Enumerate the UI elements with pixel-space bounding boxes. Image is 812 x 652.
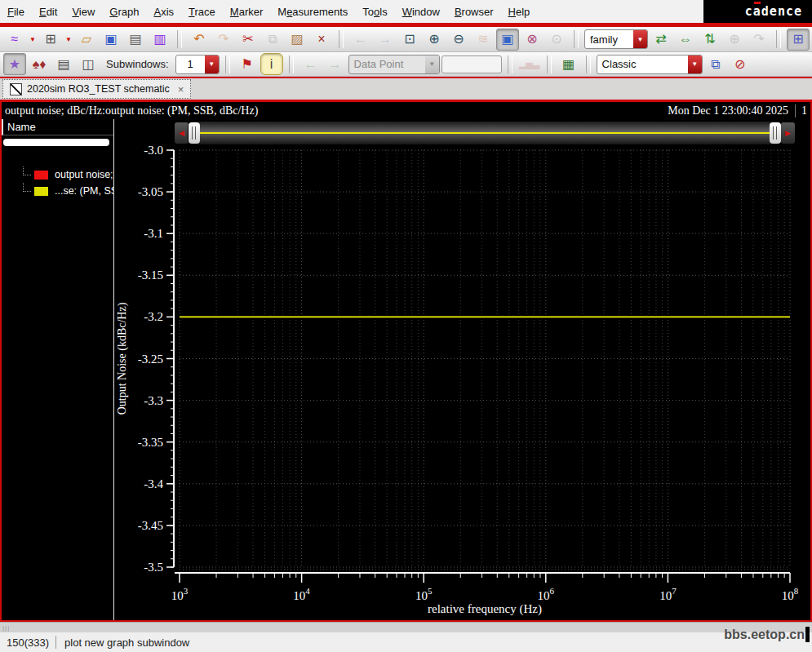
swap-sweep-axes-button[interactable]: ⇄: [650, 29, 672, 51]
toolbar-separator: [586, 55, 591, 73]
menu-file[interactable]: File: [0, 6, 32, 18]
chevron-down-icon[interactable]: ▼: [633, 30, 647, 48]
plot-canvas[interactable]: -3.0-3.05-3.1-3.15-3.2-3.25-3.3-3.35-3.4…: [114, 119, 812, 622]
family-mode-select[interactable]: family▼: [584, 29, 648, 49]
subwindow-number: 1: [795, 104, 807, 118]
point-value-input[interactable]: [441, 55, 502, 73]
chevron-down-icon[interactable]: ▼: [205, 55, 219, 73]
redo-icon: ↷: [218, 33, 229, 46]
new-subwindow-dropdown-icon[interactable]: ▼: [64, 29, 73, 50]
menu-axis[interactable]: Axis: [146, 6, 181, 18]
axis-text: 108: [782, 586, 799, 602]
new-graph-window-dropdown-icon[interactable]: ▼: [28, 29, 38, 50]
x-axis-title: relative frequency (Hz): [428, 602, 542, 616]
trace-label: output noise; dBc.: [55, 169, 113, 180]
menu-window[interactable]: Window: [395, 6, 447, 18]
show-table-button[interactable]: ⊞: [787, 29, 810, 51]
trace-swatch: [34, 171, 48, 180]
axis-text: -3.25: [138, 353, 163, 366]
axis-text: 105: [415, 586, 433, 602]
undo-icon: ↶: [193, 33, 204, 46]
menu-edit[interactable]: Edit: [32, 6, 64, 18]
style-select[interactable]: Classic▼: [597, 55, 703, 74]
menu-bar: FileEditViewGraphAxisTraceMarkerMeasurem…: [0, 0, 812, 24]
axis-text: -3.5: [144, 561, 163, 574]
toolbar-separator: [289, 55, 294, 73]
menu-view[interactable]: View: [64, 6, 102, 18]
menu-graph[interactable]: Graph: [102, 6, 146, 18]
zoom-x-axis-button[interactable]: ⊗: [521, 29, 544, 51]
new-subwindow-button[interactable]: ⊞: [39, 29, 62, 51]
zoom-previous-icon: ⊙: [551, 33, 561, 46]
copy-graph-to-clipboard-icon: ▥: [153, 33, 166, 46]
tab-close-icon[interactable]: ×: [175, 83, 184, 95]
toggle-annotations-button[interactable]: ⊘: [729, 53, 752, 75]
delete-button[interactable]: ×: [310, 29, 333, 51]
shuffle-traces-button[interactable]: ♠♦: [28, 53, 51, 75]
shuffle-traces-icon: ♠♦: [33, 58, 47, 71]
split-horizontal-button[interactable]: ▤: [52, 53, 75, 75]
zoom-box-button[interactable]: ▣: [496, 29, 519, 51]
menu-measurements[interactable]: Measurements: [270, 6, 355, 18]
chevron-down-icon[interactable]: ▼: [425, 55, 439, 73]
zoom-fit-button[interactable]: ⊡: [398, 29, 421, 51]
new-graph-window-button[interactable]: ≈: [3, 29, 26, 51]
menu-marker[interactable]: Marker: [223, 6, 270, 18]
fit-to-data-button[interactable]: ⇔: [674, 29, 697, 51]
legend-item[interactable]: ...se: (PM, SSB, dB: [2, 183, 113, 199]
axis-text: -3.05: [138, 185, 163, 198]
next-view-icon: →: [379, 33, 392, 46]
new-graph-window-icon: ≈: [11, 33, 19, 46]
open-button[interactable]: ▱: [75, 29, 98, 51]
menu-browser[interactable]: Browser: [447, 6, 501, 18]
graph-tab[interactable]: 2020sim RO3_TEST schematic ×: [2, 79, 191, 99]
copy-button: ⧉: [261, 29, 284, 51]
zoom-x-axis-icon: ⊗: [526, 33, 537, 46]
split-horizontal-icon: ▤: [57, 58, 69, 71]
subwindow-select[interactable]: 1▼: [175, 55, 220, 74]
watermark-cursor: [805, 627, 810, 642]
split-vertical-button[interactable]: ◫: [77, 53, 100, 75]
fit-to-data-icon: ⇔: [679, 33, 692, 46]
save-button[interactable]: ▣: [100, 29, 122, 51]
info-balloon-button[interactable]: i: [260, 53, 283, 75]
axis-text: -3.0: [144, 144, 163, 157]
point-mode-select[interactable]: Data Point▼: [348, 55, 440, 74]
zoom-in-2x-button[interactable]: ⊕: [423, 29, 446, 51]
previous-data-point-icon: ←: [304, 58, 317, 71]
flag-marker-button[interactable]: ⚑: [236, 53, 259, 75]
fit-y-axis-button[interactable]: ⇅: [699, 29, 721, 51]
menu-trace[interactable]: Trace: [181, 6, 223, 18]
menu-tools[interactable]: Tools: [355, 6, 394, 18]
status-bar: 150(333) plot new graph subwindow: [0, 632, 812, 652]
secondary-toolbar: ★♠♦▤◫Subwindows:1▼⚑i←→Data Point▼▂▅▃▦Cla…: [0, 52, 812, 77]
toolbar-separator: [508, 55, 512, 73]
legend-item[interactable]: output noise; dBc.: [2, 166, 113, 183]
undo-button[interactable]: ↶: [188, 29, 211, 51]
cut-button[interactable]: ✂: [237, 29, 260, 51]
graph-header: output noise; dBc/Hz:output noise: (PM, …: [2, 102, 810, 120]
legend-scrollbar[interactable]: [3, 139, 109, 146]
axis-text: -3.15: [138, 268, 163, 282]
toolbar-separator: [339, 30, 344, 48]
menu-help[interactable]: Help: [501, 6, 538, 18]
toolbar-separator: [225, 55, 230, 73]
point-mode-select-value: Data Point: [349, 58, 425, 70]
viva-graph-window: FileEditViewGraphAxisTraceMarkerMeasurem…: [0, 0, 812, 652]
axis-text: -3.1: [144, 227, 163, 240]
axis-text: 104: [293, 586, 310, 602]
open-icon: ▱: [82, 33, 91, 46]
save-graph-style-button[interactable]: ⧉: [704, 53, 727, 75]
axis-text: -3.35: [138, 436, 163, 449]
grip-icon[interactable]: |||: [2, 624, 10, 632]
previous-view-icon: ←: [354, 33, 367, 46]
chevron-down-icon[interactable]: ▼: [688, 55, 702, 73]
graph-wizard-button[interactable]: ★: [3, 53, 26, 75]
print-button[interactable]: ▤: [124, 29, 147, 51]
calculator-button[interactable]: ▦: [557, 53, 580, 75]
zoom-out-2x-button[interactable]: ⊖: [447, 29, 470, 51]
paste-button[interactable]: ▨: [286, 29, 308, 51]
graph-tab-icon: [10, 83, 22, 95]
paste-icon: ▨: [291, 33, 303, 46]
copy-graph-to-clipboard-button[interactable]: ▥: [149, 29, 171, 51]
